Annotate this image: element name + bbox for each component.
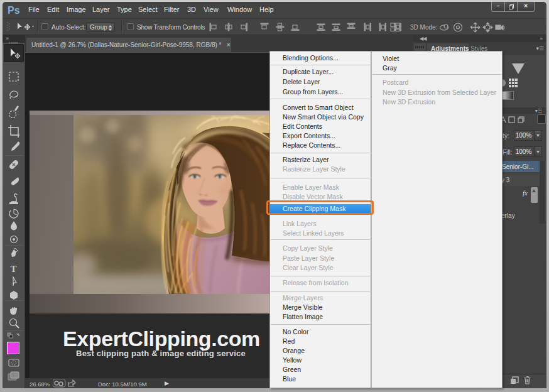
svg-text:T: T [11, 264, 17, 274]
